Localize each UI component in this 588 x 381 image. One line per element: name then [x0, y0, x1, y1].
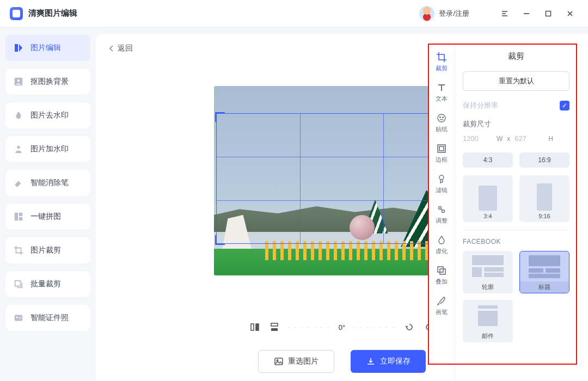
sidebar-item-batch-crop[interactable]: 批量裁剪: [5, 271, 90, 297]
sidebar-item-label: 智能消除笔: [30, 178, 69, 188]
ratio-9-16[interactable]: 9:16: [519, 175, 569, 222]
button-label: 重选图片: [288, 357, 318, 366]
svg-rect-27: [440, 269, 445, 274]
sidebar-item-edit[interactable]: 图片编辑: [5, 35, 90, 61]
svg-rect-36: [478, 305, 498, 309]
tool-brush[interactable]: 画笔: [428, 291, 455, 321]
tool-blur[interactable]: 虚化: [428, 230, 455, 260]
sidebar-item-label: 图片去水印: [30, 110, 69, 120]
download-icon: [366, 357, 376, 366]
svg-rect-31: [484, 273, 504, 277]
svg-rect-7: [15, 281, 21, 286]
sidebar-item-eraser[interactable]: 智能消除笔: [5, 170, 90, 196]
eraser-icon: [13, 177, 24, 188]
svg-rect-16: [275, 358, 283, 365]
svg-rect-4: [15, 213, 18, 220]
sidebar-item-label: 批量裁剪: [30, 279, 61, 289]
crop-handle-tl[interactable]: [215, 112, 225, 122]
ratio-16-9[interactable]: 16:9: [519, 152, 569, 168]
dim-separator: x: [507, 135, 510, 143]
svg-rect-26: [438, 267, 443, 272]
rotation-angle: 0°: [339, 323, 345, 331]
crop-size-label: 裁剪尺寸: [463, 119, 569, 129]
sidebar: 图片编辑 抠图换背景 图片去水印 图片加水印 智能消除笔 一键拼图 图片裁剪 批…: [0, 27, 96, 381]
fb-preset-header[interactable]: 标题: [519, 251, 569, 293]
login-link[interactable]: 登录/注册: [439, 9, 469, 19]
sidebar-item-add-wm[interactable]: 图片加水印: [5, 136, 90, 162]
keep-resolution-row: 保持分辨率 ✓: [463, 101, 569, 110]
tool-overlay[interactable]: 叠加: [428, 260, 455, 291]
droplet-off-icon: [13, 110, 24, 121]
save-button[interactable]: 立即保存: [351, 350, 426, 373]
sidebar-item-label: 抠图换背景: [30, 77, 69, 87]
sidebar-item-label: 图片编辑: [30, 43, 61, 53]
tool-adjust[interactable]: 调整: [428, 199, 455, 230]
tool-crop[interactable]: 裁剪: [428, 47, 455, 77]
minimize-button[interactable]: [518, 5, 535, 22]
svg-point-25: [442, 210, 444, 213]
tool-column: 裁剪 文本 贴纸 边框 滤镜 调整 虚化 叠加 画笔: [428, 44, 455, 381]
svg-rect-28: [472, 255, 504, 265]
tool-filter[interactable]: 滤镜: [428, 169, 455, 199]
sidebar-item-cutout[interactable]: 抠图换背景: [5, 69, 90, 95]
tool-text[interactable]: 文本: [428, 77, 455, 108]
svg-rect-33: [529, 268, 543, 273]
keep-resolution-label: 保持分辨率: [463, 101, 498, 110]
avatar-icon[interactable]: [419, 6, 434, 21]
ratio-4-3[interactable]: 4:3: [463, 152, 513, 168]
titlebar: 清爽图片编辑 登录/注册: [0, 0, 588, 27]
text-icon: [436, 82, 447, 93]
svg-point-20: [442, 117, 443, 118]
crop-icon: [436, 52, 447, 63]
app-title: 清爽图片编辑: [28, 8, 77, 19]
svg-rect-8: [15, 315, 22, 321]
tool-sticker[interactable]: 贴纸: [428, 108, 455, 138]
keep-resolution-checkbox[interactable]: ✓: [560, 101, 569, 110]
filter-icon: [436, 174, 447, 185]
height-unit: H: [548, 135, 553, 143]
svg-rect-21: [438, 145, 445, 152]
layout-icon: [476, 304, 500, 327]
button-label: 立即保存: [380, 357, 411, 366]
ratio-3-4[interactable]: 3:4: [463, 175, 513, 222]
svg-rect-0: [546, 11, 551, 16]
reselect-button[interactable]: 重选图片: [258, 350, 334, 373]
menu-button[interactable]: [497, 5, 513, 22]
svg-point-18: [438, 114, 445, 122]
svg-point-23: [439, 175, 444, 180]
rotate-ccw-button[interactable]: [403, 321, 415, 333]
dimension-inputs: W x H: [463, 134, 569, 143]
svg-rect-22: [439, 146, 444, 151]
grid-icon: [13, 211, 24, 222]
adjust-icon: [436, 204, 447, 215]
stamp-icon: [13, 144, 24, 155]
sidebar-item-id-photo[interactable]: 智能证件照: [5, 305, 90, 331]
reset-button[interactable]: 重置为默认: [463, 71, 569, 91]
svg-rect-11: [19, 318, 22, 319]
flip-h-button[interactable]: [249, 321, 261, 333]
fb-preset-mail[interactable]: 邮件: [463, 300, 513, 342]
sidebar-item-label: 图片裁剪: [30, 245, 61, 255]
tool-border[interactable]: 边框: [428, 138, 455, 169]
crop-handle-bl[interactable]: [215, 235, 225, 245]
svg-rect-35: [529, 274, 560, 278]
width-input[interactable]: [463, 134, 492, 143]
sidebar-item-label: 一键拼图: [30, 212, 61, 222]
facebook-section-label: FACEBOOK: [463, 238, 569, 245]
svg-rect-14: [271, 323, 278, 326]
overlay-icon: [436, 265, 447, 276]
svg-rect-37: [478, 311, 498, 326]
maximize-button[interactable]: [540, 5, 556, 22]
flip-v-button[interactable]: [268, 321, 280, 333]
fb-preset-profile[interactable]: 轮廓: [463, 251, 513, 293]
height-input[interactable]: [514, 134, 544, 143]
svg-rect-12: [251, 324, 254, 330]
sidebar-item-collage[interactable]: 一键拼图: [5, 204, 90, 230]
sidebar-item-crop[interactable]: 图片裁剪: [5, 237, 90, 263]
svg-point-2: [17, 79, 20, 82]
blur-icon: [436, 235, 447, 245]
close-button[interactable]: [562, 5, 578, 22]
slider-track-right: · · · · · · ·: [353, 324, 396, 330]
chevron-left-icon: [109, 45, 114, 52]
sidebar-item-remove-wm[interactable]: 图片去水印: [5, 102, 90, 128]
